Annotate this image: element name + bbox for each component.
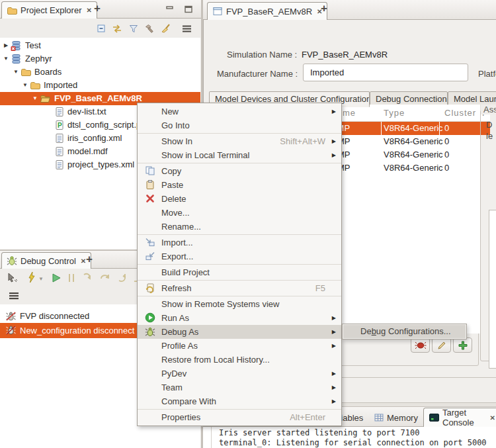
- tree-item-label: model.mdf: [67, 145, 108, 158]
- close-icon[interactable]: ✕: [489, 414, 495, 422]
- menu-item-restore-from-local-history[interactable]: Restore from Local History...: [138, 353, 341, 367]
- minimize-icon[interactable]: [165, 4, 175, 16]
- export-icon: [145, 251, 155, 261]
- cell-cluster: 0: [444, 135, 449, 148]
- tab-editor-fvp[interactable]: FVP_BaseR_AEMv8R ✕: [207, 2, 327, 20]
- tree-item-test[interactable]: ▶ Test: [0, 39, 200, 52]
- collapse-arrow-icon[interactable]: ▼: [13, 66, 19, 79]
- menu-separator: [138, 133, 341, 134]
- console-line: Iris server started listening to port 71…: [219, 428, 419, 437]
- menu-item-rename[interactable]: Rename...: [138, 220, 341, 234]
- collapse-all-icon[interactable]: [96, 23, 106, 36]
- tree-item-label: dtsl_config_script.p: [67, 118, 141, 132]
- project-explorer-tabbar: Project Explorer ✕ +: [0, 0, 202, 19]
- column-header-cluster[interactable]: Cluster: [439, 105, 480, 122]
- debug-target-label: FVP disconnected: [20, 310, 89, 323]
- close-icon[interactable]: ✕: [85, 7, 91, 14]
- menu-separator: [138, 296, 341, 296]
- svg-text:P: P: [58, 122, 62, 129]
- workbench: Project Explorer ✕ + ▶ Test: [0, 0, 496, 448]
- link-with-editor-icon[interactable]: [112, 23, 122, 36]
- simulation-name-value: FVP_BaseR_AEMv8R: [302, 50, 388, 60]
- menu-item-show-in-remote-systems-view[interactable]: Show in Remote Systems view: [138, 297, 341, 311]
- menu-item-build-project[interactable]: Build Project: [138, 265, 341, 279]
- assign-group-label: Ass: [481, 105, 496, 114]
- tree-item-label: Test: [25, 39, 41, 52]
- clean-broom-icon[interactable]: [161, 23, 171, 36]
- maximize-icon[interactable]: [184, 4, 193, 16]
- menu-item-debug-configurations[interactable]: Debug Configurations...: [343, 325, 466, 338]
- menu-item-properties[interactable]: PropertiesAlt+Enter: [138, 410, 341, 424]
- dropdown-arrow-icon[interactable]: ▼: [38, 276, 44, 282]
- tab-target-console[interactable]: Target Console ✕: [423, 408, 496, 427]
- view-menu-icon[interactable]: [8, 291, 20, 304]
- menu-item-paste[interactable]: Paste: [138, 178, 341, 192]
- target-console-output[interactable]: Iris server started listening to port 71…: [203, 427, 496, 448]
- tab-project-explorer[interactable]: Project Explorer ✕: [1, 1, 97, 19]
- menu-item-debug-as[interactable]: Debug As▶: [138, 325, 341, 339]
- menu-item-new[interactable]: New▶: [138, 105, 341, 118]
- tree-item-boards[interactable]: ▼ Boards: [0, 66, 200, 79]
- add-device-button[interactable]: [453, 337, 472, 353]
- view-menu-icon[interactable]: [181, 23, 193, 36]
- platform-label-fragment: Platfor: [478, 69, 496, 79]
- model-config-window-icon: [212, 6, 223, 17]
- refresh-icon: [145, 283, 155, 293]
- tab-label: Debug Control: [21, 256, 76, 266]
- run-icon[interactable]: [50, 272, 62, 287]
- menu-item-copy[interactable]: Copy: [138, 164, 341, 178]
- import-icon: [145, 237, 155, 247]
- menu-item-show-in[interactable]: Show InShift+Alt+W▶: [138, 134, 341, 148]
- console-gutter: [211, 427, 212, 448]
- menu-item-compare-with[interactable]: Compare With▶: [138, 394, 341, 408]
- menu-item-team[interactable]: Team▶: [138, 381, 341, 394]
- new-view-tab-button[interactable]: +: [94, 2, 101, 15]
- menu-item-refresh[interactable]: RefreshF5: [138, 281, 341, 295]
- close-icon[interactable]: ✕: [79, 257, 86, 265]
- debug-target-label: New_configuration disconnect: [20, 323, 134, 338]
- new-editor-tab-button[interactable]: +: [321, 2, 327, 15]
- collapse-arrow-icon[interactable]: ▼: [32, 92, 38, 105]
- expand-arrow-icon[interactable]: ▶: [3, 39, 9, 52]
- connect-lightning-icon[interactable]: [26, 271, 37, 286]
- menu-item-import[interactable]: Import...: [138, 236, 341, 249]
- menu-item-profile-as[interactable]: Profile As▶: [138, 339, 341, 353]
- paste-icon: [145, 179, 155, 190]
- context-menu: New▶ Go Into Show InShift+Alt+W▶ Show in…: [137, 103, 342, 426]
- console-line: terminal_0: Listening for serial connect…: [219, 438, 487, 447]
- menu-item-show-in-local-terminal[interactable]: Show in Local Terminal▶: [138, 148, 341, 162]
- menu-item-go-into[interactable]: Go Into: [138, 118, 341, 132]
- edit-device-button[interactable]: [432, 337, 451, 353]
- manufacturer-name-label: Manufacturer Name :: [217, 69, 298, 79]
- cell-type: V8R64-Generic: [384, 161, 443, 175]
- tree-item-zephyr[interactable]: ▼ Zephyr: [0, 52, 200, 66]
- menu-item-run-as[interactable]: Run As▶: [138, 311, 341, 325]
- connect-target-icon[interactable]: [7, 272, 19, 287]
- tab-memory[interactable]: Memory: [369, 408, 423, 427]
- menu-item-delete[interactable]: Delete: [138, 192, 341, 206]
- cell-cluster: 0: [444, 161, 449, 175]
- project-explorer-toolbar: [0, 19, 202, 38]
- tree-item-label: Boards: [34, 66, 62, 79]
- build-hammer-icon[interactable]: [144, 23, 155, 36]
- tab-label: Memory: [387, 413, 418, 423]
- tab-label: Target Console: [442, 408, 485, 427]
- collapse-arrow-icon[interactable]: ▼: [22, 79, 28, 92]
- new-view-tab-button[interactable]: +: [86, 253, 93, 266]
- tree-item-label: dev-list.txt: [67, 105, 106, 118]
- collapse-arrow-icon[interactable]: ▼: [3, 52, 9, 66]
- console-icon: [429, 413, 439, 422]
- pause-icon: [66, 272, 77, 287]
- menu-item-pydev[interactable]: PyDev▶: [138, 367, 341, 381]
- remove-device-button[interactable]: [411, 337, 430, 353]
- menu-item-export[interactable]: Export...: [138, 249, 341, 263]
- cell-cluster: 0: [444, 122, 449, 135]
- tree-item-imported[interactable]: ▼ Imported: [0, 79, 200, 92]
- column-header-type[interactable]: Type: [381, 105, 439, 122]
- tab-debug-control[interactable]: Debug Control ✕: [1, 252, 91, 269]
- manufacturer-name-input[interactable]: [303, 64, 468, 81]
- menu-item-move[interactable]: Move...: [138, 206, 341, 220]
- menu-separator: [138, 264, 341, 265]
- filter-icon[interactable]: [128, 23, 139, 36]
- debug-bug-icon: [7, 255, 17, 266]
